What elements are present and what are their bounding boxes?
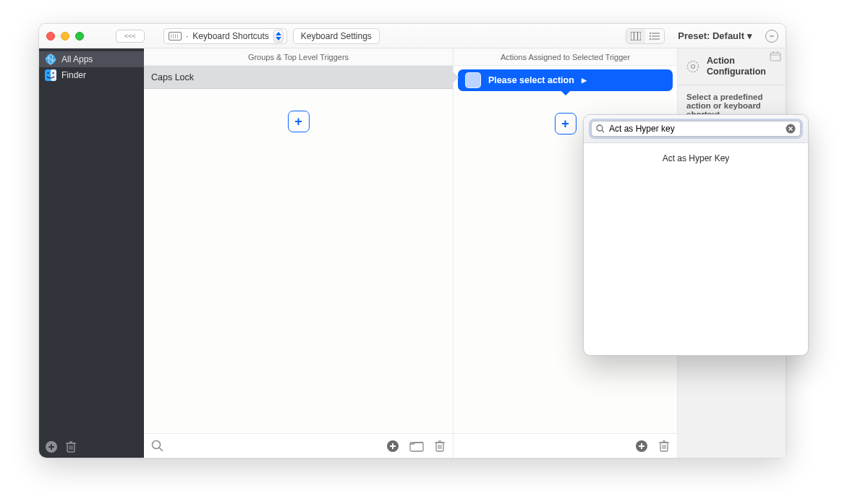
sidebar-item-finder[interactable]: Finder	[39, 67, 144, 83]
popover-header	[584, 115, 808, 143]
svg-point-52	[688, 61, 699, 72]
keyboard-settings-label: Keyboard Settings	[301, 31, 372, 41]
minus-circle-button[interactable]	[765, 30, 778, 43]
plus-icon: +	[294, 114, 302, 129]
gear-dashed-icon	[686, 60, 699, 73]
sidebar-footer	[39, 436, 144, 458]
footer-add-button[interactable]	[386, 440, 399, 453]
svg-point-53	[692, 65, 695, 69]
keyboard-icon	[169, 32, 182, 40]
preset-menu[interactable]: Preset: Default ▾	[678, 30, 752, 41]
config-title: Action Configuration	[707, 56, 777, 77]
search-results-list: Act as Hyper Key	[584, 143, 808, 355]
svg-point-16	[48, 72, 49, 74]
svg-line-55	[602, 130, 604, 132]
play-icon: ▶	[582, 77, 587, 84]
actions-column-header: Actions Assigned to Selected Trigger	[454, 48, 677, 66]
sidebar-item-label: All Apps	[61, 54, 93, 64]
triggers-column-header: Groups & Top Level Triggers	[144, 48, 453, 66]
sidebar-item-all-apps[interactable]: All Apps	[39, 51, 144, 67]
clear-search-button[interactable]	[786, 124, 796, 134]
columns-view-icon[interactable]	[626, 29, 645, 43]
trigger-row-capslock[interactable]: Caps Lock	[144, 66, 453, 89]
section-dropdown-label: Keyboard Shortcuts	[192, 31, 268, 41]
svg-point-8	[650, 33, 651, 34]
trigger-row-label: Caps Lock	[151, 72, 194, 82]
delete-app-button[interactable]	[65, 440, 78, 453]
search-result-item[interactable]: Act as Hyper Key	[588, 150, 804, 166]
folder-icon[interactable]	[409, 440, 424, 452]
add-trigger-button[interactable]: +	[288, 111, 310, 132]
action-row-placeholder[interactable]: Please select action ▶	[458, 69, 673, 91]
triggers-footer	[144, 433, 453, 458]
svg-point-27	[153, 441, 161, 449]
chevron-down-icon: ▾	[747, 30, 752, 41]
triggers-column-header-label: Groups & Top Level Triggers	[248, 53, 349, 61]
action-thumbnail	[465, 72, 481, 88]
globe-icon	[45, 54, 56, 65]
dropdown-stepper-icon	[273, 30, 284, 43]
action-search-popover: Act as Hyper Key	[583, 114, 809, 356]
svg-point-17	[53, 72, 54, 74]
svg-marker-0	[276, 32, 281, 35]
actions-footer	[454, 433, 677, 458]
triggers-list[interactable]: Caps Lock +	[144, 66, 453, 433]
section-dropdown[interactable]: · Keyboard Shortcuts	[163, 28, 287, 44]
sidebar-item-label: Finder	[61, 70, 86, 80]
svg-point-54	[597, 125, 603, 131]
view-mode-toggle[interactable]	[626, 28, 665, 44]
add-app-button[interactable]	[45, 440, 58, 453]
back-button[interactable]: <<<	[116, 30, 145, 43]
titlebar: <<< · Keyboard Shortcuts Keyboard Settin…	[39, 24, 786, 48]
footer-add-action-button[interactable]	[635, 440, 648, 453]
svg-point-10	[650, 38, 651, 40]
search-result-label: Act as Hyper Key	[663, 153, 730, 163]
keyboard-settings-button[interactable]: Keyboard Settings	[293, 28, 380, 44]
list-view-icon[interactable]	[645, 29, 664, 43]
footer-delete-action-button[interactable]	[658, 440, 670, 453]
triggers-column: Groups & Top Level Triggers Caps Lock +	[144, 48, 454, 458]
add-action-button[interactable]: +	[555, 113, 576, 134]
action-search-input[interactable]	[609, 124, 781, 134]
window-controls	[46, 32, 84, 40]
minimize-window-button[interactable]	[61, 32, 69, 40]
preset-label: Preset: Default	[678, 30, 744, 41]
svg-rect-48	[770, 53, 780, 61]
finder-icon	[45, 69, 56, 81]
app-sidebar: All Apps Finder	[39, 48, 144, 458]
svg-rect-2	[631, 32, 641, 40]
back-glyph: <<<	[124, 33, 136, 40]
action-row-label: Please select action	[488, 75, 574, 85]
search-icon	[596, 124, 605, 133]
search-icon[interactable]	[151, 440, 163, 452]
svg-point-9	[650, 35, 651, 37]
svg-rect-15	[51, 69, 56, 81]
footer-delete-button[interactable]	[434, 440, 446, 453]
calendar-icon[interactable]	[770, 51, 781, 61]
zoom-window-button[interactable]	[75, 32, 84, 40]
plus-icon: +	[561, 116, 569, 132]
action-search-field[interactable]	[591, 121, 801, 137]
close-window-button[interactable]	[46, 32, 55, 40]
svg-marker-1	[276, 37, 281, 40]
svg-line-28	[159, 448, 163, 451]
actions-column-header-label: Actions Assigned to Selected Trigger	[501, 53, 630, 61]
